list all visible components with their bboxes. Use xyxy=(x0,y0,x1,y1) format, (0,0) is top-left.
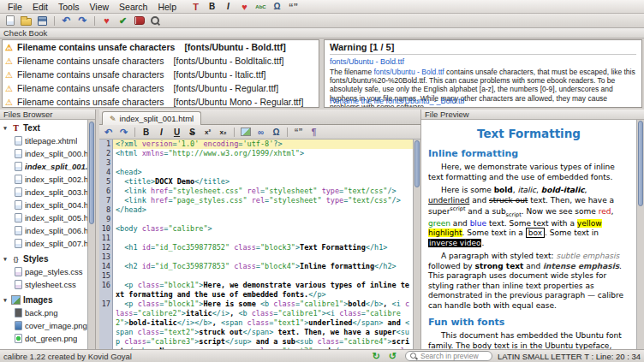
preview-scrollbar[interactable] xyxy=(636,120,644,349)
code-line[interactable]: 15 xyxy=(99,271,413,281)
sync-preview-icon[interactable]: ↺ xyxy=(385,350,400,362)
redo-edit-icon[interactable]: ↷ xyxy=(116,126,131,139)
code-line[interactable]: 4<head> xyxy=(99,168,413,177)
menu-help[interactable]: Help xyxy=(152,2,182,12)
code-line[interactable]: 3 xyxy=(99,158,413,168)
file-item[interactable]: page_styles.css xyxy=(2,265,87,278)
menu-search[interactable]: Search xyxy=(114,2,152,12)
code-line[interactable]: 5 <title>DOCX Demo</title> xyxy=(99,177,413,187)
rename-file-link[interactable]: Rename the file fonts/Ubuntu_-_Bold.ttf xyxy=(330,97,465,105)
collapse-arrow-icon[interactable]: ▾ xyxy=(2,125,9,132)
code-line[interactable]: 14 <h2 id="id_Toc359877853" class="block… xyxy=(99,262,413,271)
code-line[interactable]: 9 xyxy=(99,215,413,224)
file-item[interactable]: stylesheet.css xyxy=(2,278,87,291)
special-character-icon[interactable]: Ω xyxy=(269,126,283,139)
beautify-icon[interactable]: ¶ xyxy=(307,126,321,139)
code-line[interactable]: 7 <link href="page_styles.css" rel="styl… xyxy=(99,196,413,205)
check-book-content: ⚠Filename contains unsafe characters[fon… xyxy=(0,39,644,110)
text-run-sub: script xyxy=(506,211,522,218)
donate-heart-icon[interactable]: ♥ xyxy=(237,0,252,13)
text-run: and a sub xyxy=(465,207,505,216)
editor-scrollbar[interactable] xyxy=(413,139,420,349)
file-item[interactable]: index_split_001.html xyxy=(2,160,87,173)
file-item[interactable]: index_split_004.html xyxy=(2,199,87,211)
open-book-icon[interactable] xyxy=(19,15,33,27)
code-editor[interactable]: 1<?xml version='1.0' encoding='utf-8'?>2… xyxy=(99,139,420,349)
file-item[interactable]: index_split_006.html xyxy=(2,224,87,237)
menu-view[interactable]: View xyxy=(85,2,115,12)
edit-book-icon[interactable] xyxy=(132,15,146,27)
spellcheck-icon[interactable]: AbC xyxy=(253,0,268,13)
file-item[interactable]: index_split_005.html xyxy=(2,211,87,224)
scrollbar-thumb[interactable] xyxy=(414,140,420,187)
superscript-icon[interactable]: x² xyxy=(200,126,215,139)
check-book-item[interactable]: ⚠Filename contains unsafe characters[fon… xyxy=(3,81,319,95)
special-character-icon[interactable]: Ω xyxy=(270,0,284,13)
bold-icon[interactable]: B xyxy=(205,0,219,13)
subscript-icon[interactable]: x₂ xyxy=(216,126,230,139)
warning-file-link[interactable]: fonts/Ubuntu - Bold.ttf xyxy=(330,57,636,66)
menu-file[interactable]: File xyxy=(3,2,27,12)
check-book-icon[interactable]: ✔ xyxy=(116,15,130,27)
smarten-punctuation-icon[interactable]: “” xyxy=(291,126,306,139)
file-item[interactable]: dot_green.png xyxy=(2,332,87,345)
editor-tab[interactable]: ✎ index_split_001.html xyxy=(102,111,201,125)
tree-section-styles[interactable]: ▾{}Styles xyxy=(2,252,87,265)
file-item[interactable]: back.png xyxy=(2,306,87,319)
italic-icon[interactable]: I xyxy=(221,0,236,13)
menu-edit[interactable]: Edit xyxy=(27,2,53,12)
search-book-icon[interactable] xyxy=(148,15,163,27)
code-line[interactable]: 16 <p class="block1">Here, we demonstrat… xyxy=(99,281,413,300)
code-line[interactable]: 1<?xml version='1.0' encoding='utf-8'?> xyxy=(99,139,413,149)
check-book-item[interactable]: ⚠Filename contains unsafe characters[fon… xyxy=(3,40,319,54)
file-item[interactable]: index_split_000.html xyxy=(2,147,87,160)
file-item[interactable]: index_split_007.html xyxy=(2,237,87,250)
collapse-arrow-icon[interactable]: ▾ xyxy=(2,256,9,263)
code-line[interactable]: 8</head> xyxy=(99,205,413,215)
file-item[interactable]: index_split_003.html xyxy=(2,186,87,199)
menu-tools[interactable]: Tools xyxy=(53,2,85,12)
code-line[interactable]: 2<html xmlns="http://www.w3.org/1999/xht… xyxy=(99,149,413,158)
search-input[interactable] xyxy=(420,352,487,360)
tree-section-images[interactable]: ▾Images xyxy=(2,294,87,306)
file-item[interactable]: cover_image.png xyxy=(2,319,87,332)
check-book-item[interactable]: ⚠Filename contains unsafe characters[fon… xyxy=(3,54,319,68)
italic-icon[interactable]: I xyxy=(154,126,169,139)
underline-icon[interactable]: U xyxy=(170,126,184,139)
code-line[interactable]: 6 <link href="stylesheet.css" rel="style… xyxy=(99,187,413,196)
redo-icon[interactable]: ↷ xyxy=(75,15,90,27)
check-item-file: [fonts/Ubuntu - Bold.ttf] xyxy=(184,42,285,52)
tree-section-text[interactable]: ▾TText xyxy=(2,122,87,134)
line-number: 8 xyxy=(99,205,113,215)
text-run: , xyxy=(585,186,587,194)
code-line[interactable]: 12 <h1 id="id_Toc359877852" class="block… xyxy=(99,243,413,252)
refresh-preview-icon[interactable]: ↻ xyxy=(369,350,384,362)
insert-text-icon[interactable]: T xyxy=(188,0,203,13)
files-scrollbar[interactable] xyxy=(87,120,95,349)
code-lines[interactable]: 1<?xml version='1.0' encoding='utf-8'?>2… xyxy=(99,139,413,349)
undo-edit-icon[interactable]: ↶ xyxy=(101,126,116,139)
check-book-item[interactable]: ⚠Filename contains unsafe characters[fon… xyxy=(3,68,319,81)
insert-link-icon[interactable]: ∞ xyxy=(253,126,268,139)
smart-quotes-icon[interactable]: “” xyxy=(286,0,301,13)
save-icon[interactable] xyxy=(35,15,50,27)
code-line[interactable]: 10<body class="calibre"> xyxy=(99,224,413,234)
collapse-arrow-icon[interactable]: ▾ xyxy=(2,297,9,304)
new-file-icon[interactable] xyxy=(3,15,17,27)
donate-icon[interactable]: ♥ xyxy=(99,15,114,27)
text-run-link[interactable]: fonts/Ubuntu - Bold.ttf xyxy=(374,68,444,76)
insert-image-icon[interactable] xyxy=(238,126,253,139)
text-run: Here is some xyxy=(441,186,494,194)
code-line[interactable]: 13 xyxy=(99,252,413,262)
check-item-file: [fonts/Ubuntu - Italic.ttf] xyxy=(174,69,266,80)
strikethrough-icon[interactable]: S xyxy=(185,126,200,139)
undo-icon[interactable]: ↶ xyxy=(59,15,74,27)
file-item[interactable]: index_split_002.html xyxy=(2,173,87,186)
scrollbar-thumb[interactable] xyxy=(638,121,643,206)
scrollbar-thumb[interactable] xyxy=(89,122,94,224)
file-item[interactable]: titlepage.xhtml xyxy=(2,134,87,147)
code-line[interactable]: 17 <p class="block1">Here is some <b cla… xyxy=(99,300,413,349)
code-line[interactable]: 11 xyxy=(99,234,413,243)
bold-icon[interactable]: B xyxy=(139,126,153,139)
check-book-item[interactable]: ⚠Filename contains unsafe characters[fon… xyxy=(3,95,319,108)
